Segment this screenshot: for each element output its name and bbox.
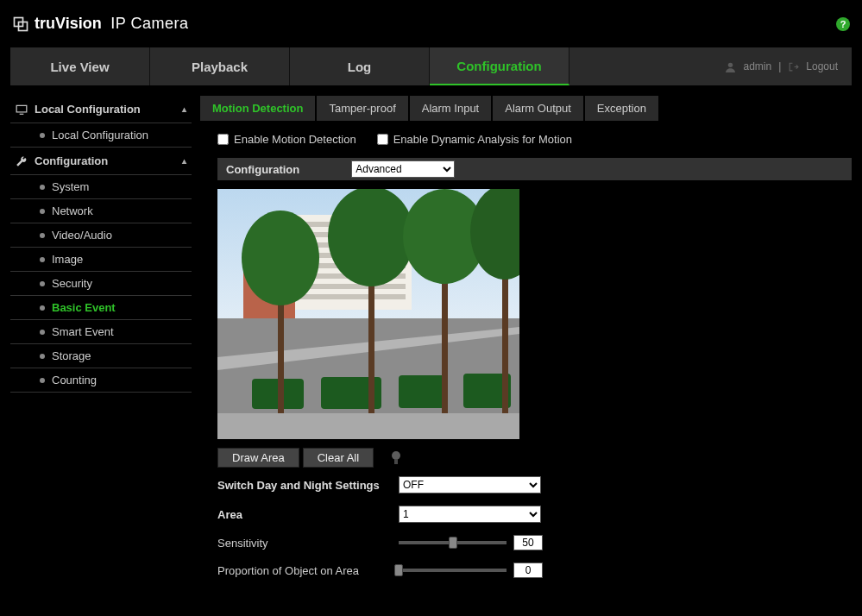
proportion-label: Proportion of Object on Area [217, 564, 399, 577]
sidebar-item-label: Local Configuration [52, 129, 148, 141]
switch-day-night-label: Switch Day and Night Settings [217, 479, 399, 492]
area-label: Area [217, 508, 399, 521]
sidebar-group-local-title: Local Configuration [35, 103, 141, 116]
sidebar-item-counting[interactable]: Counting [10, 368, 192, 392]
username: admin [743, 60, 771, 72]
tab-tamper-proof[interactable]: Tamper-proof [317, 96, 407, 121]
svg-rect-23 [399, 375, 446, 408]
draw-area-button[interactable]: Draw Area [217, 448, 299, 468]
bullet-icon [40, 281, 45, 286]
clear-all-button[interactable]: Clear All [303, 448, 374, 468]
nav-log[interactable]: Log [290, 47, 430, 85]
svg-rect-15 [297, 294, 406, 299]
sidebar-group-local[interactable]: Local Configuration ▴ [10, 96, 192, 123]
userbar-separator: | [778, 60, 781, 72]
bullet-icon [40, 378, 45, 383]
topbar: truVision IP Camera ? [0, 0, 862, 47]
wrench-icon [16, 155, 28, 167]
sidebar-item-label: Storage [52, 349, 91, 362]
enable-motion-detection-checkbox[interactable]: Enable Motion Detection [217, 133, 356, 146]
tab-alarm-output[interactable]: Alarm Output [493, 96, 583, 121]
sidebar-item-label: Network [52, 204, 93, 217]
nav-configuration[interactable]: Configuration [430, 47, 569, 85]
sidebar-group-configuration-title: Configuration [35, 154, 108, 167]
sidebar-item-image[interactable]: Image [10, 247, 192, 271]
camera-preview [217, 189, 519, 439]
tab-motion-detection[interactable]: Motion Detection [200, 96, 315, 121]
chevron-up-icon: ▴ [182, 156, 186, 166]
bullet-icon [40, 209, 45, 214]
bullet-icon [40, 233, 45, 238]
sidebar-item-label: Security [52, 277, 92, 290]
bullet-icon [40, 133, 45, 138]
brand-text: truVision IP Camera [35, 15, 188, 33]
nav-liveview[interactable]: Live View [10, 47, 150, 85]
sidebar-item-label: Image [52, 253, 83, 266]
tabstrip: Motion Detection Tamper-proof Alarm Inpu… [200, 96, 852, 121]
svg-rect-14 [297, 284, 406, 289]
bulb-icon[interactable] [391, 451, 401, 465]
chevron-up-icon: ▴ [182, 104, 186, 114]
bullet-icon [40, 354, 45, 359]
sidebar-item-smart-event[interactable]: Smart Event [10, 319, 192, 343]
svg-rect-5 [16, 105, 27, 112]
sidebar-item-label: Smart Event [52, 325, 114, 338]
configuration-label: Configuration [226, 163, 299, 176]
sidebar-group-configuration[interactable]: Configuration ▴ [10, 148, 192, 174]
main-nav: Live View Playback Log Configuration adm… [10, 47, 852, 85]
sidebar-item-storage[interactable]: Storage [10, 343, 192, 368]
bullet-icon [40, 257, 45, 262]
svg-point-28 [328, 189, 414, 286]
sidebar-item-label: Counting [52, 374, 97, 387]
sidebar-item-local-configuration[interactable]: Local Configuration [10, 123, 192, 147]
checkbox-label: Enable Motion Detection [234, 133, 356, 146]
svg-rect-20 [217, 413, 519, 439]
bullet-icon [40, 185, 45, 190]
tab-exception[interactable]: Exception [585, 96, 658, 121]
sidebar: Local Configuration ▴ Local Configuratio… [10, 96, 192, 590]
svg-point-33 [392, 451, 400, 460]
sidebar-item-network[interactable]: Network [10, 198, 192, 223]
user-icon [725, 61, 736, 72]
sidebar-item-video-audio[interactable]: Video/Audio [10, 223, 192, 247]
help-icon[interactable]: ? [836, 17, 850, 31]
proportion-value: 0 [513, 563, 543, 578]
tab-alarm-input[interactable]: Alarm Input [410, 96, 491, 121]
sidebar-item-system[interactable]: System [10, 174, 192, 198]
bullet-icon [40, 330, 45, 335]
proportion-slider[interactable]: 0 [399, 563, 543, 578]
brand-icon [12, 16, 29, 33]
bullet-icon [40, 305, 45, 311]
checkbox-label: Enable Dynamic Analysis for Motion [393, 133, 572, 146]
area-select[interactable]: 1 [399, 506, 541, 523]
enable-dynamic-analysis-checkbox[interactable]: Enable Dynamic Analysis for Motion [377, 133, 572, 146]
main-panel: Motion Detection Tamper-proof Alarm Inpu… [200, 96, 852, 590]
configuration-select[interactable]: Advanced [351, 160, 455, 178]
switch-day-night-select[interactable]: OFF [399, 476, 541, 493]
configuration-band: Configuration Advanced [217, 158, 852, 180]
sensitivity-slider[interactable]: 50 [399, 535, 543, 550]
svg-point-26 [242, 211, 319, 305]
svg-rect-34 [394, 459, 398, 464]
sidebar-item-basic-event[interactable]: Basic Event [10, 295, 192, 319]
sensitivity-label: Sensitivity [217, 537, 399, 550]
logout-link[interactable]: Logout [806, 60, 838, 72]
sidebar-item-label: Video/Audio [52, 229, 112, 242]
sidebar-item-label: System [52, 180, 89, 193]
monitor-icon [16, 104, 28, 116]
sidebar-item-security[interactable]: Security [10, 271, 192, 295]
logout-icon [788, 61, 799, 72]
sensitivity-value: 50 [513, 535, 543, 550]
nav-playback[interactable]: Playback [150, 47, 290, 85]
userbar: admin | Logout [711, 47, 852, 85]
svg-point-4 [728, 62, 733, 66]
svg-text:?: ? [840, 19, 846, 29]
sidebar-item-label: Basic Event [52, 301, 116, 314]
